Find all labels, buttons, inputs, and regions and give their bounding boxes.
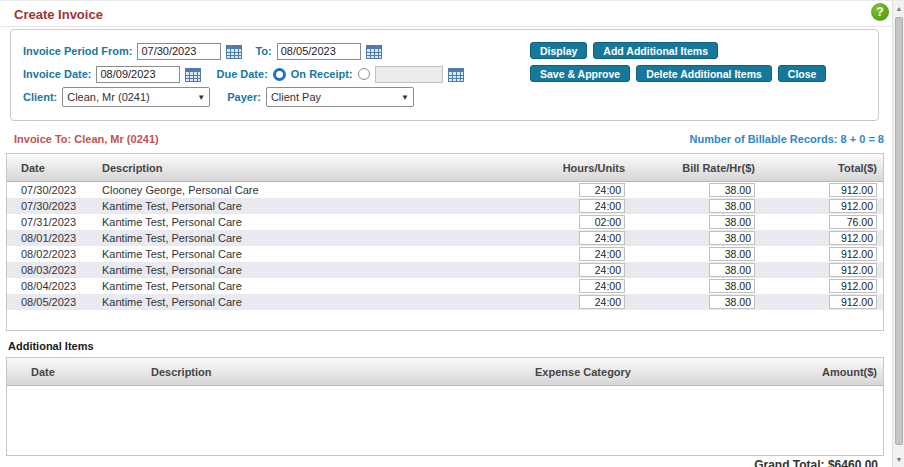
hours-input[interactable] <box>579 199 625 213</box>
create-invoice-page: { "header": { "title": "Create Invoice" … <box>0 0 904 467</box>
row-date: 08/01/2023 <box>7 232 102 244</box>
total-input[interactable] <box>829 295 877 309</box>
table-row: 08/03/2023 Kantime Test, Personal Care <box>7 262 883 278</box>
total-input[interactable] <box>829 279 877 293</box>
hours-input[interactable] <box>579 183 625 197</box>
row-date: 08/04/2023 <box>7 280 102 292</box>
header-amount: Amount($) <box>733 366 883 378</box>
table-row: 08/02/2023 Kantime Test, Personal Care <box>7 246 883 262</box>
hours-input[interactable] <box>579 247 625 261</box>
payer-select-value: Client Pay <box>271 91 321 103</box>
scroll-up-icon[interactable]: ▲ <box>893 3 904 15</box>
header-total: Total($) <box>755 162 883 174</box>
total-input[interactable] <box>829 183 877 197</box>
display-button[interactable]: Display <box>530 42 587 59</box>
save-and-approve-button[interactable]: Save & Approve <box>530 65 630 82</box>
header-date: Date <box>7 366 127 378</box>
hours-input[interactable] <box>579 279 625 293</box>
row-description: Kantime Test, Personal Care <box>102 232 475 244</box>
row-description: Kantime Test, Personal Care <box>102 296 475 308</box>
rate-input[interactable] <box>709 295 755 309</box>
row-description: Kantime Test, Personal Care <box>102 280 475 292</box>
period-from-input[interactable] <box>137 43 221 60</box>
button-row-1: Display Add Additional Items <box>530 42 718 59</box>
client-select[interactable]: Clean, Mr (0241) ▼ <box>62 87 210 107</box>
scroll-down-icon[interactable]: ▼ <box>893 454 904 466</box>
invoice-to-text: Invoice To: Clean, Mr (0241) <box>14 133 159 145</box>
due-date-input[interactable] <box>375 66 443 83</box>
period-to-input[interactable] <box>277 43 361 60</box>
page-header: Create Invoice <box>0 1 892 27</box>
row-description: Kantime Test, Personal Care <box>102 216 475 228</box>
total-input[interactable] <box>829 263 877 277</box>
calendar-icon[interactable] <box>185 67 201 82</box>
row-date: 08/03/2023 <box>7 264 102 276</box>
calendar-icon[interactable] <box>448 67 464 82</box>
hours-input[interactable] <box>579 215 625 229</box>
client-label: Client: <box>23 91 57 103</box>
rate-input[interactable] <box>709 199 755 213</box>
payer-select[interactable]: Client Pay ▼ <box>266 87 414 107</box>
rate-input[interactable] <box>709 231 755 245</box>
rate-input[interactable] <box>709 215 755 229</box>
client-payer-row: Client: Clean, Mr (0241) ▼ Payer: Client… <box>23 88 414 106</box>
due-date-label: Due Date: <box>216 68 267 80</box>
header-expense-category: Expense Category <box>511 366 733 378</box>
table-row: 07/30/2023 Clooney George, Personal Care <box>7 182 883 198</box>
additional-items-table: Date Description Expense Category Amount… <box>6 357 884 456</box>
additional-items-title: Additional Items <box>8 340 94 352</box>
due-date-radio[interactable] <box>358 68 370 80</box>
header-bill-rate: Bill Rate/Hr($) <box>625 162 755 174</box>
chevron-down-icon: ▼ <box>401 93 409 102</box>
invoice-form-panel: Invoice Period From: To: Invoice Date: D… <box>10 29 879 121</box>
on-receipt-label: On Receipt: <box>291 68 353 80</box>
invoice-date-label: Invoice Date: <box>23 68 91 80</box>
calendar-icon[interactable] <box>366 44 382 59</box>
row-description: Clooney George, Personal Care <box>102 184 475 196</box>
vertical-scrollbar[interactable]: ▲ ▼ <box>892 1 904 467</box>
table-row: 07/31/2023 Kantime Test, Personal Care <box>7 214 883 230</box>
date-row: Invoice Date: Due Date: On Receipt: <box>23 65 464 83</box>
hours-input[interactable] <box>579 295 625 309</box>
rate-input[interactable] <box>709 263 755 277</box>
table-row: 08/01/2023 Kantime Test, Personal Care <box>7 230 883 246</box>
close-button[interactable]: Close <box>778 65 827 82</box>
scrollbar-thumb[interactable] <box>895 17 903 445</box>
payer-label: Payer: <box>227 91 261 103</box>
header-date: Date <box>7 162 102 174</box>
invoice-table: Date Description Hours/Units Bill Rate/H… <box>6 153 884 331</box>
header-description: Description <box>102 162 475 174</box>
button-row-2: Save & Approve Delete Additional Items C… <box>530 65 826 82</box>
additional-items-header: Date Description Expense Category Amount… <box>7 358 883 386</box>
total-input[interactable] <box>829 247 877 261</box>
delete-additional-items-button[interactable]: Delete Additional Items <box>636 65 772 82</box>
row-date: 07/31/2023 <box>7 216 102 228</box>
rate-input[interactable] <box>709 279 755 293</box>
header-hours-units: Hours/Units <box>475 162 625 174</box>
total-input[interactable] <box>829 215 877 229</box>
calendar-icon[interactable] <box>226 44 242 59</box>
table-row: 08/05/2023 Kantime Test, Personal Care <box>7 294 883 310</box>
period-row: Invoice Period From: To: <box>23 42 382 60</box>
row-description: Kantime Test, Personal Care <box>102 200 475 212</box>
hours-input[interactable] <box>579 231 625 245</box>
help-icon[interactable]: ? <box>871 3 889 21</box>
hours-input[interactable] <box>579 263 625 277</box>
chevron-down-icon: ▼ <box>197 93 205 102</box>
invoice-date-input[interactable] <box>96 66 180 83</box>
row-date: 07/30/2023 <box>7 200 102 212</box>
row-description: Kantime Test, Personal Care <box>102 248 475 260</box>
total-input[interactable] <box>829 231 877 245</box>
add-additional-items-button[interactable]: Add Additional Items <box>593 42 718 59</box>
client-select-value: Clean, Mr (0241) <box>67 91 150 103</box>
invoice-table-body: 07/30/2023 Clooney George, Personal Care… <box>7 182 883 310</box>
rate-input[interactable] <box>709 183 755 197</box>
row-date: 08/02/2023 <box>7 248 102 260</box>
row-date: 07/30/2023 <box>7 184 102 196</box>
total-input[interactable] <box>829 199 877 213</box>
rate-input[interactable] <box>709 247 755 261</box>
row-date: 08/05/2023 <box>7 296 102 308</box>
grand-total-text: Grand Total: $6460.00 <box>754 458 878 467</box>
page-title: Create Invoice <box>14 7 103 22</box>
on-receipt-radio[interactable] <box>273 68 286 81</box>
